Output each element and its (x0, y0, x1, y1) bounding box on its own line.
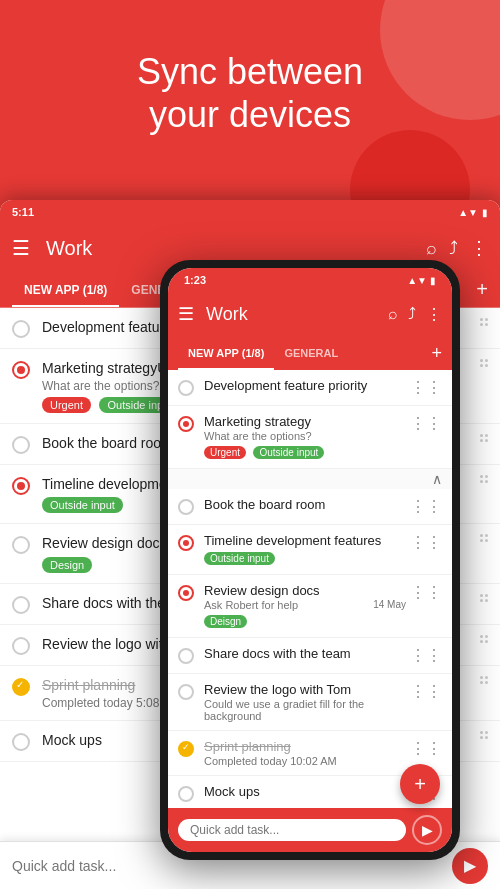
task-radio-6[interactable] (12, 596, 30, 614)
phone-quick-add-input[interactable] (178, 819, 406, 841)
wifi-icon: ▲▼ (458, 207, 478, 218)
drag-handle[interactable] (480, 594, 488, 602)
list-item[interactable]: Share docs with the team ⋮⋮ (168, 638, 452, 674)
drag-handle[interactable] (480, 534, 488, 542)
phone-task-subtitle-7: Could we use a gradiet fill for the back… (204, 698, 406, 722)
tablet-time: 5:11 (12, 206, 34, 218)
phone-drag-handle-7[interactable]: ⋮⋮ (410, 682, 442, 701)
task-radio-5[interactable] (12, 536, 30, 554)
tab-new-app[interactable]: NEW APP (1/8) (12, 272, 119, 307)
phone-task-content-6: Share docs with the team (204, 646, 406, 661)
phone-fab-button[interactable]: + (400, 764, 440, 804)
phone-task-radio-9[interactable] (178, 786, 194, 802)
phone-task-title-8: Sprint planning (204, 739, 406, 754)
task-radio-7[interactable] (12, 637, 30, 655)
phone-task-radio-8[interactable] (178, 741, 194, 757)
drag-handle[interactable] (480, 635, 488, 643)
phone-more-icon[interactable]: ⋮ (426, 305, 442, 324)
phone-badge-design: Deisgn (204, 615, 247, 628)
phone-task-content-1: Development feature priority (204, 378, 406, 393)
phone-badge-outside-2: Outside input (204, 552, 275, 565)
phone-drag-handle-2[interactable]: ⋮⋮ (410, 414, 442, 433)
phone-task-content-8: Sprint planning Completed today 10:02 AM (204, 739, 406, 767)
phone-battery-icon: ▮ (430, 275, 436, 286)
list-item[interactable]: Timeline development features Outside in… (168, 525, 452, 575)
phone-task-radio-3[interactable] (178, 499, 194, 515)
phone-status-icons: ▲▼ ▮ (407, 275, 436, 286)
quick-add-send-button[interactable]: ▶ (452, 848, 488, 884)
list-item[interactable]: Book the board room ⋮⋮ (168, 489, 452, 525)
phone-drag-handle-1[interactable]: ⋮⋮ (410, 378, 442, 397)
phone-task-content-7: Review the logo with Tom Could we use a … (204, 682, 406, 722)
phone-app-icons: ⌕ ⤴ ⋮ (388, 305, 442, 324)
phone-tab-add-button[interactable]: + (431, 343, 442, 364)
phone-task-subtitle-2: What are the options? (204, 430, 406, 442)
phone-task-title-1: Development feature priority (204, 378, 406, 393)
search-icon[interactable]: ⌕ (426, 238, 437, 259)
app-title: Work (46, 237, 426, 260)
task-radio-2[interactable] (12, 361, 30, 379)
phone-task-radio-5[interactable] (178, 585, 194, 601)
list-item[interactable]: Marketing strategy What are the options?… (168, 406, 452, 469)
task-date-5: 14 May (373, 599, 406, 610)
phone-drag-handle-4[interactable]: ⋮⋮ (410, 533, 442, 552)
phone-task-radio-6[interactable] (178, 648, 194, 664)
task-radio-4[interactable] (12, 477, 30, 495)
phone-screen: 1:23 ▲▼ ▮ ☰ Work ⌕ ⤴ ⋮ NEW APP (1/8) GEN… (168, 268, 452, 852)
phone-app-bar: ☰ Work ⌕ ⤴ ⋮ (168, 292, 452, 336)
phone-task-subtitle-5: Ask Robert for help (204, 599, 298, 611)
list-item[interactable]: Review the logo with Tom Could we use a … (168, 674, 452, 731)
list-item[interactable]: Development feature priority ⋮⋮ (168, 370, 452, 406)
badge-urgent: Urgent (42, 397, 91, 413)
drag-handle[interactable] (480, 676, 488, 684)
badge-outside-input-2: Outside input (42, 497, 123, 513)
phone-task-title-7: Review the logo with Tom (204, 682, 406, 697)
tablet-status-icons: ▲▼ ▮ (458, 207, 488, 218)
phone-task-title-2: Marketing strategy (204, 414, 406, 429)
phone-status-bar: 1:23 ▲▼ ▮ (168, 268, 452, 292)
task-radio-9[interactable] (12, 733, 30, 751)
phone-drag-handle-8[interactable]: ⋮⋮ (410, 739, 442, 758)
drag-handle[interactable] (480, 475, 488, 483)
phone-drag-handle-6[interactable]: ⋮⋮ (410, 646, 442, 665)
tablet-status-bar: 5:11 ▲▼ ▮ (0, 200, 500, 224)
phone-tabs: NEW APP (1/8) GENERAL + (168, 336, 452, 370)
drag-handle[interactable] (480, 434, 488, 442)
battery-icon: ▮ (482, 207, 488, 218)
task-radio-1[interactable] (12, 320, 30, 338)
phone-task-title-3: Book the board room (204, 497, 406, 512)
task-radio-3[interactable] (12, 436, 30, 454)
phone-quick-add-send[interactable]: ▶ (412, 815, 442, 845)
phone-task-title-6: Share docs with the team (204, 646, 406, 661)
phone-quick-add-bar: ▶ (168, 808, 452, 852)
phone-task-title-9: Mock ups (204, 784, 406, 799)
phone-app-title: Work (206, 304, 388, 325)
drag-handle[interactable] (480, 359, 488, 367)
phone-task-radio-1[interactable] (178, 380, 194, 396)
phone-menu-icon[interactable]: ☰ (178, 303, 194, 325)
more-icon[interactable]: ⋮ (470, 237, 488, 259)
phone-share-icon[interactable]: ⤴ (408, 305, 416, 323)
phone-task-content-9: Mock ups (204, 784, 406, 799)
collapse-icon[interactable]: ∧ (432, 471, 442, 487)
task-radio-8[interactable] (12, 678, 30, 696)
drag-handle[interactable] (480, 731, 488, 739)
phone-tab-new-app[interactable]: NEW APP (1/8) (178, 336, 274, 370)
phone-drag-handle-5[interactable]: ⋮⋮ (410, 583, 442, 602)
menu-icon[interactable]: ☰ (12, 236, 30, 260)
phone-task-radio-4[interactable] (178, 535, 194, 551)
phone-tab-general[interactable]: GENERAL (274, 336, 348, 370)
phone-time: 1:23 (184, 274, 206, 286)
share-icon[interactable]: ⤴ (449, 238, 458, 259)
list-item[interactable]: Review design docs Ask Robert for help 1… (168, 575, 452, 638)
phone-task-radio-7[interactable] (178, 684, 194, 700)
drag-handle[interactable] (480, 318, 488, 326)
tab-add-button[interactable]: + (476, 278, 488, 301)
phone-task-content-4: Timeline development features Outside in… (204, 533, 406, 566)
phone-section-collapse[interactable]: ∧ (168, 469, 452, 489)
app-bar-icons: ⌕ ⤴ ⋮ (426, 237, 488, 259)
phone-search-icon[interactable]: ⌕ (388, 305, 398, 323)
hero-circle-bottom (350, 130, 470, 210)
phone-task-radio-2[interactable] (178, 416, 194, 432)
phone-drag-handle-3[interactable]: ⋮⋮ (410, 497, 442, 516)
